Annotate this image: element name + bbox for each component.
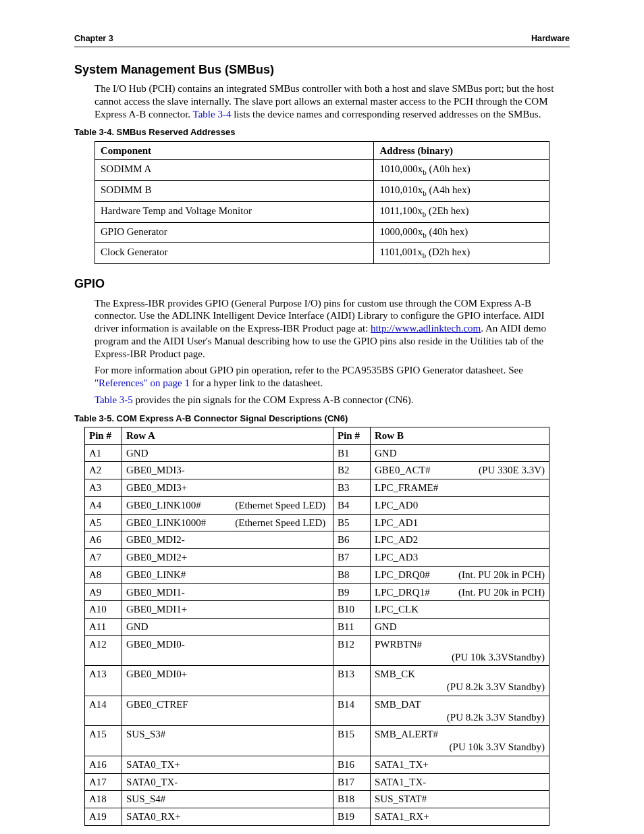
table-3-5-xref[interactable]: Table 3-5 — [95, 394, 133, 405]
cell-row-b: LPC_DRQ0#(Int. PU 20k in PCH) — [371, 566, 549, 583]
cell-component: SODIMM B — [95, 181, 374, 202]
pin-a: A3 — [89, 482, 101, 493]
cell-pin-a: A19 — [85, 808, 122, 826]
gpio-paragraph-1: The Express-IBR provides GPIO (General P… — [95, 297, 570, 361]
addr-hex: (D2h hex) — [426, 246, 470, 257]
signal-a: SUS_S4# — [126, 793, 227, 806]
signal-a: SATA0_TX+ — [126, 758, 227, 771]
signal-b: SATA1_RX+ — [375, 810, 456, 823]
cell-row-a: SATA0_TX- — [122, 773, 333, 791]
signal-a: SATA0_RX+ — [126, 810, 227, 823]
pin-a: A14 — [89, 699, 107, 710]
pin-b: B5 — [338, 517, 350, 528]
signal-b: GBE0_ACT# — [375, 464, 456, 477]
cell-component: Clock Generator — [95, 243, 374, 264]
gpio-p2-b: for a hyper link to the datasheet. — [190, 377, 323, 388]
pin-a: A4 — [89, 500, 101, 511]
cell-row-b: SMB_CK(PU 8.2k 3.3V Standby) — [371, 666, 549, 696]
smbus-xref[interactable]: Table 3-4 — [193, 109, 232, 120]
cell-pin-b: B12 — [333, 635, 371, 666]
cell-pin-b: B1 — [333, 444, 371, 462]
signal-b: SATA1_TX- — [375, 776, 456, 789]
cell-row-a: SATA0_TX+ — [122, 756, 333, 773]
pin-b: B9 — [338, 587, 350, 598]
pin-a: A13 — [89, 669, 107, 679]
pin-a: A1 — [89, 448, 101, 459]
cell-pin-a: A12 — [85, 635, 122, 666]
signal-note-b: (PU 10k 3.3V Standby) — [450, 741, 545, 754]
cell-pin-b: B5 — [333, 514, 371, 531]
cell-row-a: GBE0_MDI2- — [122, 531, 333, 549]
cell-row-a: GBE0_LINK100# (Ethernet Speed LED) — [122, 496, 333, 514]
pin-b: B19 — [338, 811, 354, 822]
signal-a: GBE0_CTREF — [126, 698, 227, 711]
cell-pin-a: A1 — [85, 444, 122, 462]
addr-hex: (40h hex) — [427, 226, 468, 237]
smbus-paragraph: The I/O Hub (PCH) contains an integrated… — [95, 82, 570, 120]
cell-row-b: LPC_CLK — [371, 601, 549, 619]
cell-pin-b: B4 — [333, 496, 371, 514]
signal-b: LPC_DRQ1# — [375, 586, 456, 599]
cell-pin-a: A8 — [85, 566, 122, 583]
table-row: Clock Generator1101,001xb (D2h hex) — [95, 243, 549, 264]
signal-note-a: (Ethernet Speed LED) — [235, 499, 325, 512]
signal-b: SATA1_TX+ — [375, 758, 456, 771]
signal-b: LPC_FRAME# — [375, 481, 456, 494]
table-row: GPIO Generator1000,000xb (40h hex) — [95, 222, 549, 243]
table-row: Hardware Temp and Voltage Monitor1011,10… — [95, 201, 549, 222]
signal-a: GBE0_MDI1- — [126, 586, 227, 599]
th-pin-a: Pin # — [85, 427, 122, 444]
pin-a: A7 — [89, 552, 101, 563]
adlink-url[interactable]: http://www.adlinktech.com — [371, 323, 481, 334]
signal-b: SMB_ALERT# — [375, 728, 456, 741]
cell-address: 1010,000xb (A0h hex) — [374, 160, 549, 181]
table-3-4: Component Address (binary) SODIMM A1010,… — [95, 141, 549, 265]
cell-row-a: GBE0_MDI0+ — [122, 666, 333, 696]
table-3-5: Pin # Row A Pin # Row B A1GNDB1GNDA2GBE0… — [84, 427, 549, 826]
addr-bits: 1000,000x — [379, 226, 423, 237]
table-row: A6GBE0_MDI2-B6LPC_AD2 — [85, 531, 549, 549]
section-smbus-title: System Management Bus (SMBus) — [74, 62, 570, 78]
cell-pin-b: B15 — [333, 726, 371, 756]
cell-pin-b: B13 — [333, 666, 371, 696]
signal-note-b: (Int. PU 20k in PCH) — [458, 569, 545, 581]
signal-b: LPC_AD1 — [375, 517, 456, 529]
signal-a: SUS_S3# — [126, 728, 227, 741]
cell-row-b: LPC_AD3 — [371, 549, 549, 567]
cell-row-b: GND — [371, 444, 549, 462]
cell-row-b: LPC_AD2 — [371, 531, 549, 549]
pin-a: A8 — [89, 569, 101, 580]
header-left: Chapter 3 — [74, 34, 113, 45]
signal-a: GBE0_MDI0+ — [126, 668, 227, 681]
header-right: Hardware — [531, 34, 570, 45]
references-xref[interactable]: "References" on page 1 — [95, 377, 190, 388]
cell-row-b: SATA1_RX+ — [371, 808, 549, 826]
pin-b: B6 — [338, 534, 350, 545]
signal-note-a: (Ethernet Speed LED) — [235, 517, 325, 529]
cell-pin-a: A16 — [85, 756, 122, 773]
pin-b: B17 — [338, 777, 354, 787]
pin-a: A10 — [89, 604, 107, 615]
th-address: Address (binary) — [374, 141, 549, 160]
cell-pin-b: B7 — [333, 549, 371, 567]
pin-b: B4 — [338, 500, 350, 511]
th-row-a: Row A — [122, 427, 333, 444]
table-row: A4GBE0_LINK100# (Ethernet Speed LED)B4LP… — [85, 496, 549, 514]
signal-b: SMB_CK — [375, 668, 456, 681]
cell-pin-b: B3 — [333, 479, 371, 497]
cell-row-a: SUS_S4# — [122, 791, 333, 808]
cell-row-a: GBE0_CTREF — [122, 696, 333, 726]
pin-b: B15 — [338, 729, 354, 739]
pin-a: A9 — [89, 587, 101, 598]
signal-b: GND — [375, 621, 456, 633]
pin-a: A12 — [89, 639, 107, 650]
cell-component: Hardware Temp and Voltage Monitor — [95, 201, 374, 222]
cell-pin-b: B18 — [333, 791, 371, 808]
gpio-p3-b: provides the pin signals for the COM Exp… — [133, 394, 414, 405]
table-3-4-caption: Table 3-4. SMBus Reserved Addresses — [74, 127, 570, 138]
signal-a: GBE0_MDI3+ — [126, 481, 227, 494]
pin-a: A2 — [89, 465, 101, 475]
table-row: A2GBE0_MDI3-B2GBE0_ACT#(PU 330E 3.3V) — [85, 462, 549, 479]
pin-b: B18 — [338, 793, 354, 804]
cell-row-a: GBE0_MDI2+ — [122, 549, 333, 567]
